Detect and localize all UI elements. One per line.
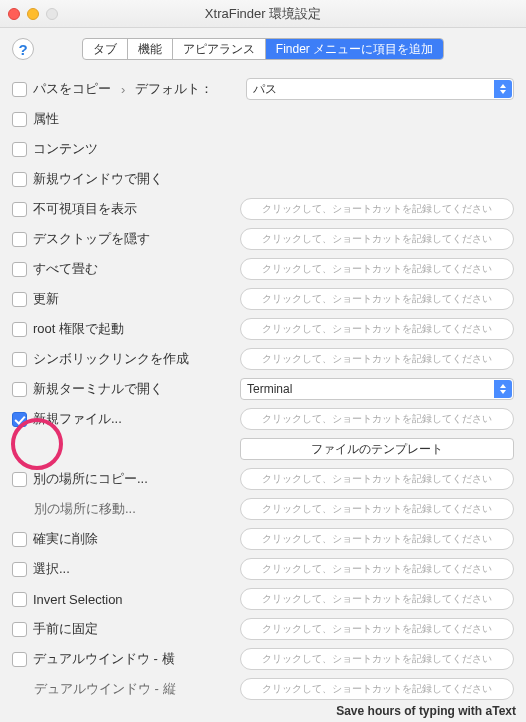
move-to-label: 別の場所に移動... (34, 500, 136, 518)
checkbox-refresh[interactable] (12, 292, 27, 307)
checkbox-invert[interactable] (12, 592, 27, 607)
shortcut-invert[interactable]: クリックして、ショートカットを記録してください (240, 588, 514, 610)
checkbox-root-launch[interactable] (12, 322, 27, 337)
tab-features[interactable]: 機能 (128, 39, 173, 59)
copy-path-label: パスをコピー (33, 80, 111, 98)
collapse-all-label: すべて畳む (33, 260, 98, 278)
select-label: 選択... (33, 560, 70, 578)
root-launch-label: root 権限で起動 (33, 320, 124, 338)
shortcut-pin-front[interactable]: クリックして、ショートカットを記録してください (240, 618, 514, 640)
copy-path-select-value: パス (253, 81, 277, 98)
terminal-select-value: Terminal (247, 382, 292, 396)
checkbox-new-file[interactable] (12, 412, 27, 427)
dual-h-label: デュアルウインドウ - 横 (33, 650, 175, 668)
shortcut-copy-to[interactable]: クリックして、ショートカットを記録してください (240, 468, 514, 490)
shortcut-hide-desktop[interactable]: クリックして、ショートカットを記録してください (240, 228, 514, 250)
checkbox-new-terminal[interactable] (12, 382, 27, 397)
pin-front-label: 手前に固定 (33, 620, 98, 638)
checkbox-delete-perm[interactable] (12, 532, 27, 547)
checkbox-copy-path[interactable] (12, 82, 27, 97)
hide-desktop-label: デスクトップを隠す (33, 230, 150, 248)
tab-bar: タブ 機能 アピアランス Finder メニューに項目を追加 (12, 38, 514, 60)
show-hidden-label: 不可視項目を表示 (33, 200, 137, 218)
shortcut-dual-v[interactable]: クリックして、ショートカットを記録してください (240, 678, 514, 700)
shortcut-symlink[interactable]: クリックして、ショートカットを記録してください (240, 348, 514, 370)
checkbox-dual-h[interactable] (12, 652, 27, 667)
invert-label: Invert Selection (33, 592, 123, 607)
content-area: ? タブ 機能 アピアランス Finder メニューに項目を追加 パスをコピー … (0, 28, 526, 722)
titlebar: XtraFinder 環境設定 (0, 0, 526, 28)
checkbox-collapse-all[interactable] (12, 262, 27, 277)
refresh-label: 更新 (33, 290, 59, 308)
dual-v-label: デュアルウインドウ - 縦 (34, 680, 176, 698)
shortcut-dual-h[interactable]: クリックして、ショートカットを記録してください (240, 648, 514, 670)
symlink-label: シンボリックリンクを作成 (33, 350, 189, 368)
copy-path-select[interactable]: パス (246, 78, 514, 100)
new-file-label: 新規ファイル... (33, 410, 122, 428)
new-window-label: 新規ウインドウで開く (33, 170, 163, 188)
shortcut-delete-perm[interactable]: クリックして、ショートカットを記録してください (240, 528, 514, 550)
checkbox-symlink[interactable] (12, 352, 27, 367)
checkbox-new-window[interactable] (12, 172, 27, 187)
delete-perm-label: 確実に削除 (33, 530, 98, 548)
tab-tabs[interactable]: タブ (83, 39, 128, 59)
new-terminal-label: 新規ターミナルで開く (33, 380, 163, 398)
default-label: デフォルト： (135, 80, 213, 98)
window-title: XtraFinder 環境設定 (0, 5, 526, 23)
file-templates-button[interactable]: ファイルのテンプレート (240, 438, 514, 460)
contents-label: コンテンツ (33, 140, 98, 158)
checkbox-pin-front[interactable] (12, 622, 27, 637)
checkbox-attributes[interactable] (12, 112, 27, 127)
checkbox-select[interactable] (12, 562, 27, 577)
checkbox-show-hidden[interactable] (12, 202, 27, 217)
shortcut-show-hidden[interactable]: クリックして、ショートカットを記録してください (240, 198, 514, 220)
updown-icon (494, 380, 512, 398)
tab-appearance[interactable]: アピアランス (173, 39, 266, 59)
footer-text: Save hours of typing with aText (336, 704, 516, 718)
shortcut-move-to[interactable]: クリックして、ショートカットを記録してください (240, 498, 514, 520)
tab-add-menu-items[interactable]: Finder メニューに項目を追加 (266, 39, 443, 59)
checkbox-contents[interactable] (12, 142, 27, 157)
checkbox-copy-to[interactable] (12, 472, 27, 487)
chevron-right-icon: › (121, 82, 125, 97)
shortcut-refresh[interactable]: クリックして、ショートカットを記録してください (240, 288, 514, 310)
terminal-select[interactable]: Terminal (240, 378, 514, 400)
copy-to-label: 別の場所にコピー... (33, 470, 148, 488)
checkbox-hide-desktop[interactable] (12, 232, 27, 247)
shortcut-select[interactable]: クリックして、ショートカットを記録してください (240, 558, 514, 580)
help-button[interactable]: ? (12, 38, 34, 60)
attributes-label: 属性 (33, 110, 59, 128)
updown-icon (494, 80, 512, 98)
shortcut-root-launch[interactable]: クリックして、ショートカットを記録してください (240, 318, 514, 340)
shortcut-collapse-all[interactable]: クリックして、ショートカットを記録してください (240, 258, 514, 280)
shortcut-new-file[interactable]: クリックして、ショートカットを記録してください (240, 408, 514, 430)
